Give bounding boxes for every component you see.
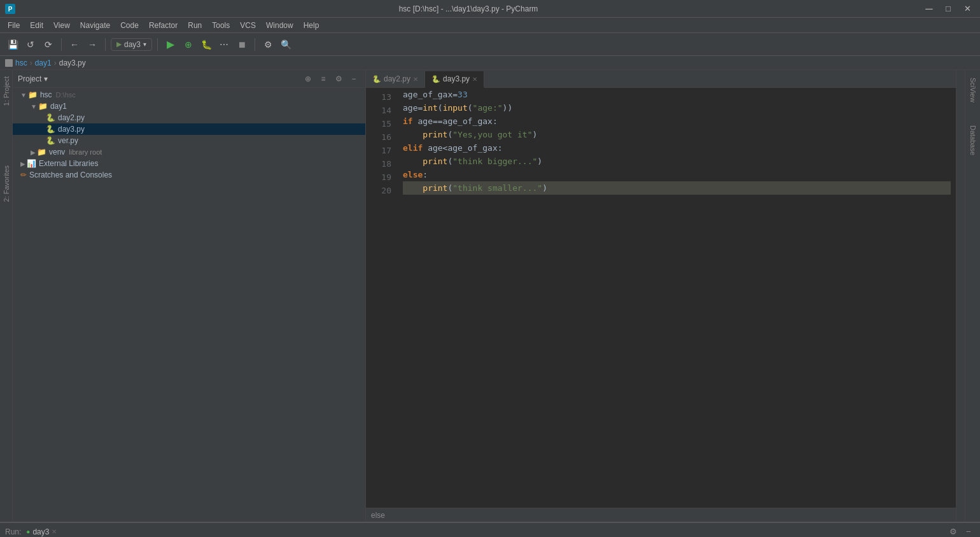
minimize-button[interactable]: ─ xyxy=(921,1,937,17)
tree-item-venv[interactable]: ▶ 📁 venv library root xyxy=(13,146,365,158)
hsc-path: D:\hsc xyxy=(56,91,76,99)
project-collapse-button[interactable]: ≡ xyxy=(317,73,330,85)
maximize-button[interactable]: □ xyxy=(941,1,956,17)
tree-item-scratches[interactable]: ✏ Scratches and Consoles xyxy=(13,169,365,181)
run-config-arrow: ▾ xyxy=(143,41,146,48)
code-line-13: age_of_gax=33 xyxy=(403,88,951,101)
run-tab-day3[interactable]: ● day3 ✕ xyxy=(26,527,57,536)
svg-text:P: P xyxy=(8,6,13,13)
app-icon: P xyxy=(5,4,15,14)
project-label: Project xyxy=(18,74,41,83)
tab-day2py[interactable]: 🐍 day2.py ✕ xyxy=(366,71,425,87)
toolbar-sync-button[interactable]: ↺ xyxy=(23,37,38,52)
toolbar-back-button[interactable]: ← xyxy=(67,37,82,52)
tree-item-verpy[interactable]: 🐍 ver.py xyxy=(13,135,365,146)
day2py-tab-close[interactable]: ✕ xyxy=(413,76,418,83)
breadcrumb: hsc › day1 › day3.py xyxy=(0,56,980,70)
project-arrow[interactable]: ▾ xyxy=(44,74,48,83)
run-hide-button[interactable]: − xyxy=(962,526,975,538)
close-button[interactable]: ✕ xyxy=(960,1,975,17)
menu-item-run[interactable]: Run xyxy=(183,20,207,31)
tree-item-day3py[interactable]: 🐍 day3.py xyxy=(13,123,365,135)
right-gutter xyxy=(956,70,965,522)
line-numbers: 13 14 15 16 17 18 19 20 xyxy=(366,88,398,508)
menu-item-navigate[interactable]: Navigate xyxy=(75,20,115,31)
day3py-label: day3.py xyxy=(58,125,85,134)
code-line-14: age=int(input("age:")) xyxy=(403,101,951,115)
toolbar-save-button[interactable]: 💾 xyxy=(5,37,20,52)
day1-label: day1 xyxy=(50,102,67,111)
menu-item-window[interactable]: Window xyxy=(261,20,298,31)
toolbar-separator-1 xyxy=(61,38,62,51)
menu-item-vcs[interactable]: VCS xyxy=(235,20,261,31)
menu-item-tools[interactable]: Tools xyxy=(207,20,235,31)
project-hide-button[interactable]: − xyxy=(347,73,360,85)
breadcrumb-hsc[interactable]: hsc xyxy=(15,59,27,67)
sidebar-tab-project[interactable]: 1: Project xyxy=(1,73,11,109)
code-content[interactable]: age_of_gax=33 age=int(input("age:")) if … xyxy=(398,88,956,508)
project-locate-button[interactable]: ⊕ xyxy=(302,73,314,85)
day2py-label: day2.py xyxy=(58,113,85,122)
sidebar-tab-favorites[interactable]: 2: Favorites xyxy=(1,162,11,206)
project-settings-button[interactable]: ⚙ xyxy=(332,73,345,85)
tree-item-day2py[interactable]: 🐍 day2.py xyxy=(13,112,365,123)
code-line-17: elif age<age_of_gax: xyxy=(403,141,951,155)
right-tab-sciview[interactable]: SciView xyxy=(968,73,978,108)
day2py-file-icon: 🐍 xyxy=(46,113,55,122)
code-line-blank xyxy=(403,195,951,208)
hsc-expand-arrow: ▼ xyxy=(20,92,27,99)
code-editor[interactable]: 13 14 15 16 17 18 19 20 age_of_gax=33 ag… xyxy=(366,88,956,508)
extlibs-icon: 📊 xyxy=(27,159,36,168)
breadcrumb-day1[interactable]: day1 xyxy=(35,59,52,67)
stop-button[interactable]: ⏹ xyxy=(234,37,249,52)
day2py-tab-icon: 🐍 xyxy=(372,75,381,83)
tab-day3py[interactable]: 🐍 day3.py ✕ xyxy=(425,71,484,88)
editor-tabs-bar: 🐍 day2.py ✕ 🐍 day3.py ✕ xyxy=(366,70,956,88)
toolbar-separator-3 xyxy=(157,38,158,51)
window-controls[interactable]: ─ □ ✕ xyxy=(921,1,975,17)
run-with-coverage-button[interactable]: ⊕ xyxy=(181,37,196,52)
day3py-tab-close[interactable]: ✕ xyxy=(472,76,477,83)
day1-folder-icon: 📁 xyxy=(38,102,48,111)
project-title: Project ▾ xyxy=(18,74,48,83)
run-tab-close[interactable]: ✕ xyxy=(52,528,57,535)
toolbar: 💾 ↺ ⟳ ← → ▶ day3 ▾ ▶ ⊕ 🐛 ⋯ ⏹ ⚙ 🔍 xyxy=(0,33,980,56)
project-header-actions: ⊕ ≡ ⚙ − xyxy=(302,73,360,85)
menu-item-file[interactable]: File xyxy=(3,20,25,31)
settings-button[interactable]: ⚙ xyxy=(260,37,276,52)
right-tab-database[interactable]: Database xyxy=(968,120,978,160)
tree-item-extlibs[interactable]: ▶ 📊 External Libraries xyxy=(13,158,365,169)
run-popup-button[interactable]: ⋯ xyxy=(216,37,232,52)
run-config-selector[interactable]: ▶ day3 ▾ xyxy=(111,38,152,51)
toolbar-forward-button[interactable]: → xyxy=(85,37,100,52)
menu-item-view[interactable]: View xyxy=(48,20,75,31)
run-button[interactable]: ▶ xyxy=(163,37,178,52)
run-label: Run: xyxy=(5,527,21,536)
day3py-file-icon: 🐍 xyxy=(46,125,55,134)
toolbar-refresh-button[interactable]: ⟳ xyxy=(41,37,56,52)
run-tab-icon: ● xyxy=(26,528,30,535)
venv-subtitle: library root xyxy=(69,148,102,156)
code-line-15: if age==age_of_gax: xyxy=(403,115,951,128)
code-line-18: print("think bigger...") xyxy=(403,155,951,168)
hsc-folder-icon: 📁 xyxy=(28,90,38,99)
debug-button[interactable]: 🐛 xyxy=(199,37,214,52)
scratches-label: Scratches and Consoles xyxy=(29,171,112,179)
breadcrumb-day3py[interactable]: day3.py xyxy=(59,59,86,67)
code-line-16: print("Yes,you got it") xyxy=(403,128,951,141)
code-line-19: else: xyxy=(403,168,951,181)
tree-item-hsc[interactable]: ▼ 📁 hsc D:\hsc xyxy=(13,89,365,101)
menu-item-edit[interactable]: Edit xyxy=(25,20,48,31)
svg-rect-2 xyxy=(5,59,13,67)
scratches-icon: ✏ xyxy=(20,171,27,179)
menu-item-code[interactable]: Code xyxy=(115,20,144,31)
right-sidebar-tabs: SciView Database xyxy=(965,70,980,522)
menu-item-help[interactable]: Help xyxy=(298,20,325,31)
run-settings-button[interactable]: ⚙ xyxy=(947,526,960,538)
menu-item-refactor[interactable]: Refactor xyxy=(144,20,183,31)
editor-breadcrumb: else xyxy=(366,508,956,522)
search-button[interactable]: 🔍 xyxy=(278,37,293,52)
window-title: hsc [D:\hsc] - ...\day1\day3.py - PyChar… xyxy=(15,4,921,13)
day1-expand-arrow: ▼ xyxy=(31,103,37,110)
tree-item-day1[interactable]: ▼ 📁 day1 xyxy=(13,101,365,112)
